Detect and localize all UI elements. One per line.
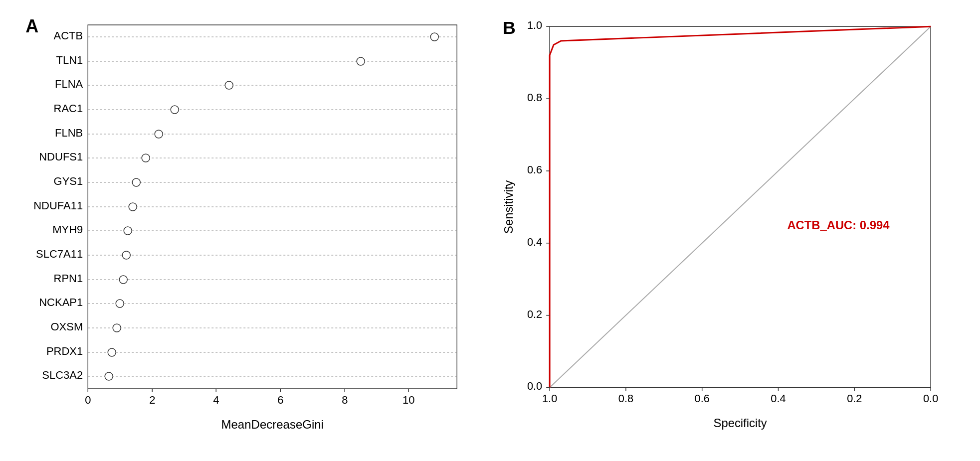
panel-b: B [495, 10, 971, 451]
x-tick-b-0.8: 0.8 [618, 392, 633, 405]
x-tick-6: 6 [277, 394, 283, 406]
y-axis-label-b: Sensitivity [501, 180, 515, 234]
gene-label-slc7a11: SLC7A11 [36, 248, 83, 260]
x-axis-label-a: MeanDecreaseGini [221, 418, 324, 431]
dot-oxsm [113, 324, 121, 332]
dot-prdx1 [108, 348, 116, 356]
x-axis-label-b: Specificity [713, 416, 767, 430]
gene-label-flnb: FLNB [55, 127, 83, 139]
dot-rpn1 [119, 276, 127, 284]
y-tick-b-0.8: 0.8 [527, 91, 542, 104]
panel-a-label: A [25, 16, 38, 36]
y-tick-b-0.0: 0.0 [527, 380, 542, 392]
dot-tln1 [357, 57, 365, 65]
main-container: A [0, 0, 980, 461]
dot-ndufs1 [142, 154, 150, 162]
gene-label-tln1: TLN1 [56, 54, 83, 66]
y-tick-b-1.0: 1.0 [527, 19, 542, 31]
x-tick-4: 4 [213, 394, 219, 406]
dot-slc3a2 [105, 372, 113, 380]
x-tick-b-1.0: 1.0 [542, 392, 557, 405]
panel-b-label: B [502, 18, 515, 38]
x-tick-10: 10 [402, 394, 414, 406]
dot-nckap1 [116, 300, 124, 307]
gene-label-actb: ACTB [54, 29, 83, 42]
gene-label-nckap1: NCKAP1 [39, 296, 83, 308]
x-tick-8: 8 [342, 394, 348, 406]
dot-myh9 [124, 227, 132, 235]
x-tick-0: 0 [85, 394, 91, 406]
gene-label-gys1: GYS1 [54, 175, 83, 187]
dot-rac1 [171, 106, 179, 114]
y-tick-b-0.6: 0.6 [527, 163, 542, 176]
x-tick-b-0.4: 0.4 [771, 392, 785, 405]
gene-label-prdx1: PRDX1 [46, 345, 83, 357]
gene-label-oxsm: OXSM [50, 320, 83, 333]
dot-ndufa11 [129, 203, 137, 211]
gene-label-flna: FLNA [55, 78, 83, 90]
dot-flnb [155, 130, 163, 138]
dot-slc7a11 [122, 251, 130, 259]
gene-label-rac1: RAC1 [54, 102, 83, 115]
y-tick-b-0.4: 0.4 [527, 236, 542, 248]
dot-flna [225, 81, 233, 89]
dot-gys1 [132, 178, 140, 186]
y-tick-b-0.2: 0.2 [527, 308, 542, 320]
x-tick-2: 2 [149, 394, 155, 406]
panel-a: A [10, 10, 485, 451]
gene-label-slc3a2: SLC3A2 [42, 369, 83, 381]
gene-label-ndufa11: NDUFA11 [33, 199, 83, 212]
gene-label-ndufs1: NDUFS1 [39, 151, 83, 163]
gene-label-rpn1: RPN1 [54, 272, 83, 285]
x-tick-b-0.0: 0.0 [923, 392, 938, 405]
x-tick-b-0.6: 0.6 [694, 392, 709, 405]
gene-label-myh9: MYH9 [52, 223, 83, 236]
dot-actb [430, 33, 438, 41]
x-tick-b-0.2: 0.2 [847, 392, 862, 405]
auc-label: ACTB_AUC: 0.994 [787, 218, 890, 232]
